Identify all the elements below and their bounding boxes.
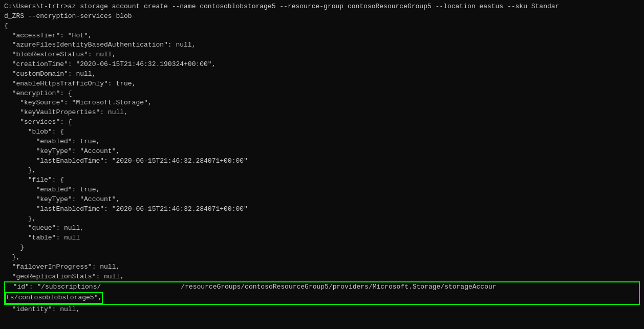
json-blob-open: "blob": {: [4, 127, 640, 137]
json-file-enabled: "enabled": true,: [4, 185, 640, 195]
json-blob-keytype: "keyType": "Account",: [4, 147, 640, 157]
storage-name-highlighted: ts/contosoblobstorage5",: [5, 292, 103, 304]
json-encryption-close: },: [4, 253, 640, 262]
terminal-window: C:\Users\t-trtr>az storage account creat…: [0, 0, 644, 329]
json-file-open: "file": {: [4, 176, 640, 185]
json-services-open: "services": {: [4, 118, 640, 127]
json-file-close: },: [4, 214, 640, 224]
json-file-last-enabled: "lastEnabledTime": "2020-06-15T21:46:32.…: [4, 205, 640, 214]
json-failover: "failoverInProgress": null,: [4, 262, 640, 272]
json-custom-domain: "customDomain": null,: [4, 70, 640, 79]
json-queue: "queue": null,: [4, 224, 640, 233]
json-blob-last-enabled: "lastEnabledTime": "2020-06-15T21:46:32.…: [4, 157, 640, 166]
command-line: C:\Users\t-trtr>az storage account creat…: [4, 2, 640, 12]
json-open: {: [4, 21, 640, 31]
json-identity: "identity": null,: [4, 305, 640, 315]
json-blob-close: },: [4, 166, 640, 176]
json-blob-restore: "blobRestoreStatus": null,: [4, 50, 640, 60]
json-geo-replication: "geoReplicationStats": null,: [4, 272, 640, 282]
id-line-highlighted: "id": "/subscriptions/ /resourceGroups/c…: [4, 281, 640, 305]
json-key-source: "keySource": "Microsoft.Storage",: [4, 98, 640, 108]
json-services-close: }: [4, 243, 640, 253]
json-encryption-open: "encryption": {: [4, 89, 640, 99]
json-blob-enabled: "enabled": true,: [4, 137, 640, 147]
json-file-keytype: "keyType": "Account",: [4, 195, 640, 205]
json-access-tier: "accessTier": "Hot",: [4, 31, 640, 41]
json-azure-files: "azureFilesIdentityBasedAuthentication":…: [4, 40, 640, 50]
json-table: "table": null: [4, 233, 640, 243]
json-key-vault: "keyVaultProperties": null,: [4, 108, 640, 118]
json-creation-time: "creationTime": "2020-06-15T21:46:32.190…: [4, 60, 640, 70]
json-https-only: "enableHttpsTrafficOnly": true,: [4, 79, 640, 89]
command-line-wrap: d_ZRS --encryption-services blob: [4, 12, 640, 21]
